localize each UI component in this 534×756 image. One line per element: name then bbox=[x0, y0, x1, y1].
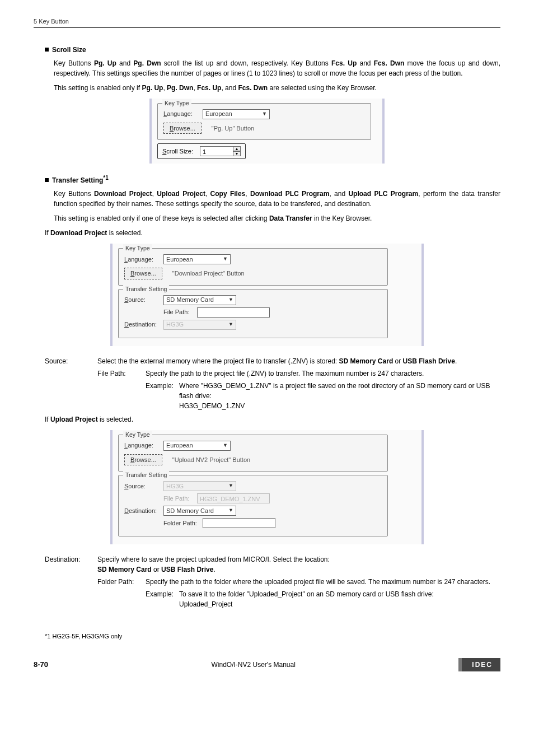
destination-label: Destination: bbox=[124, 506, 163, 516]
text: . bbox=[455, 357, 457, 365]
text: To save it to the folder "Uploaded_Proje… bbox=[179, 589, 500, 599]
text: This setting is enabled only if one of t… bbox=[54, 214, 269, 222]
browse-button[interactable]: Browse... bbox=[163, 123, 202, 134]
text-bold: USB Flash Drive bbox=[161, 566, 213, 573]
destination-select: HG3G▼ bbox=[163, 320, 236, 330]
select-value: European bbox=[166, 255, 193, 264]
transfer-paragraph-2: This setting is enabled only if one of t… bbox=[54, 213, 500, 223]
text-bold: Fcs. Up bbox=[331, 59, 357, 67]
text: Specify where to save the project upload… bbox=[97, 554, 500, 564]
text-bold: Pg. Up bbox=[142, 84, 163, 92]
select-value: SD Memory Card bbox=[166, 295, 214, 305]
dialog-figure-3: Key Type Language: European▼ Browse... "… bbox=[34, 430, 500, 545]
footnote: *1 HG2G-5F, HG3G/4G only bbox=[45, 632, 500, 641]
if-upload-selected: If Upload Project is selected. bbox=[45, 414, 500, 424]
fieldset-legend: Transfer Setting bbox=[123, 285, 169, 294]
brand-badge: IDEC bbox=[458, 658, 500, 671]
text: or bbox=[152, 566, 161, 573]
text: Select the the external memory where the… bbox=[97, 357, 339, 365]
text-bold: Fcs. Up bbox=[197, 84, 221, 92]
text: HG3G_DEMO_1.ZNV bbox=[179, 401, 500, 411]
section-scroll-size: Scroll Size bbox=[45, 45, 500, 55]
language-label: LLanguage:anguage: bbox=[163, 109, 203, 119]
fieldset-legend: Transfer Setting bbox=[123, 471, 169, 480]
def-body-destination: Specify where to save the project upload… bbox=[97, 554, 500, 609]
footnote-ref: *1 bbox=[103, 175, 108, 181]
browse-button[interactable]: Browse... bbox=[124, 268, 162, 279]
source-select[interactable]: SD Memory Card▼ bbox=[163, 295, 236, 305]
folder-path-input[interactable] bbox=[203, 518, 275, 528]
source-label: Source: bbox=[124, 482, 163, 491]
fieldset-legend: Key Type bbox=[162, 99, 191, 108]
text-bold: Download Project bbox=[50, 229, 107, 237]
language-label: Language: bbox=[124, 441, 163, 450]
text: , and bbox=[329, 190, 348, 198]
example-body: To save it to the folder "Uploaded_Proje… bbox=[179, 589, 500, 609]
text-line: SD Memory Card or USB Flash Drive. bbox=[97, 564, 500, 575]
language-select[interactable]: European▼ bbox=[163, 254, 231, 264]
example-body: Where "HG3G_DEMO_1.ZNV" is a project fil… bbox=[179, 381, 500, 411]
transfer-setting-fieldset: Transfer Setting Source: SD Memory Card▼… bbox=[118, 289, 388, 338]
def-sub-term-filepath: File Path: bbox=[97, 368, 146, 411]
page-footer: 8-70 WindO/I-NV2 User's Manual IDEC bbox=[34, 655, 500, 671]
text-bold: Upload Project bbox=[157, 190, 205, 198]
text-bold: Pg. Dwn bbox=[167, 84, 193, 92]
language-select[interactable]: European▼ bbox=[163, 441, 231, 451]
text: Key Buttons bbox=[54, 190, 94, 198]
text-bold: Upload PLC Program bbox=[348, 190, 418, 198]
text: and bbox=[357, 59, 374, 67]
scroll-size-input[interactable]: 1 bbox=[200, 146, 233, 156]
text: If bbox=[45, 229, 50, 237]
dialog-figure-2: Key Type Language: European▼ Browse... "… bbox=[34, 244, 500, 346]
bullet-icon bbox=[45, 178, 49, 182]
text-bold: Download Project bbox=[94, 190, 152, 198]
text: and bbox=[116, 59, 134, 67]
select-value: European bbox=[166, 441, 193, 450]
scroll-size-control: Scroll Size: 1 ▲▼ bbox=[157, 143, 246, 159]
spinner-up-icon[interactable]: ▲ bbox=[233, 146, 241, 151]
transfer-paragraph-1: Key Buttons Download Project, Upload Pro… bbox=[54, 189, 500, 209]
text-bold: Fcs. Dwn bbox=[238, 84, 268, 92]
text: in the Key Browser. bbox=[312, 214, 372, 222]
if-download-selected: If Download Project is selected. bbox=[45, 228, 500, 238]
text-bold: USB Flash Drive bbox=[403, 357, 455, 365]
def-term-source: Source: bbox=[45, 356, 97, 411]
source-select: HG3G▼ bbox=[163, 481, 236, 491]
key-type-fieldset: Key Type Language: European▼ Browse... "… bbox=[118, 248, 388, 286]
bullet-icon bbox=[45, 48, 49, 52]
dialog-figure-1: Key Type LLanguage:anguage: European▼ Br… bbox=[34, 99, 500, 164]
destination-definition: Destination: Specify where to save the p… bbox=[45, 554, 500, 609]
key-button-label: "Download Project" Button bbox=[172, 269, 245, 278]
scroll-size-paragraph-2: This setting is enabled only if Pg. Up, … bbox=[54, 83, 500, 93]
example-term: Example: bbox=[146, 589, 179, 609]
chevron-down-icon: ▼ bbox=[223, 442, 228, 450]
language-select[interactable]: European▼ bbox=[203, 109, 270, 119]
text: , and bbox=[221, 84, 238, 92]
file-path-input: HG3G_DEMO_1.ZNV bbox=[197, 493, 270, 503]
chevron-down-icon: ▼ bbox=[228, 321, 233, 329]
key-button-label: "Pg. Up" Button bbox=[212, 124, 254, 133]
text: are selected using the Key Browser. bbox=[268, 84, 377, 92]
browse-button[interactable]: Browse... bbox=[124, 454, 162, 466]
spinner-down-icon[interactable]: ▼ bbox=[233, 151, 241, 156]
scroll-size-label: Scroll Size: bbox=[162, 147, 193, 156]
text: , bbox=[152, 190, 157, 198]
text: Key Buttons bbox=[54, 59, 94, 67]
destination-select[interactable]: SD Memory Card▼ bbox=[163, 506, 236, 516]
def-term-destination: Destination: bbox=[45, 554, 97, 609]
file-path-input[interactable] bbox=[197, 307, 270, 318]
text: , bbox=[245, 190, 250, 198]
text-bold: Pg. Dwn bbox=[133, 59, 161, 67]
select-value: SD Memory Card bbox=[166, 506, 214, 516]
text-bold: Data Transfer bbox=[269, 214, 312, 222]
text: , bbox=[205, 190, 210, 198]
text: is selected. bbox=[107, 229, 142, 237]
chevron-down-icon: ▼ bbox=[262, 110, 267, 118]
text-bold: Pg. Up bbox=[94, 59, 116, 67]
page-number: 8-70 bbox=[34, 659, 48, 670]
folder-path-label: Folder Path: bbox=[163, 519, 203, 528]
spinner-buttons[interactable]: ▲▼ bbox=[233, 146, 241, 156]
source-label: Source: bbox=[124, 295, 163, 305]
section-transfer-setting: Transfer Setting*1 bbox=[45, 174, 500, 185]
chevron-down-icon: ▼ bbox=[223, 255, 228, 263]
